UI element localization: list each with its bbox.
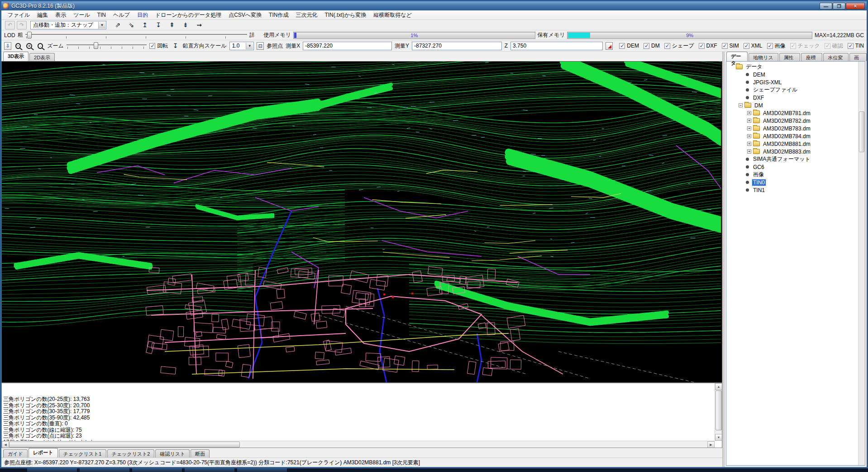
zoom-slider-thumb[interactable] <box>94 42 98 49</box>
tree-item[interactable]: GC6 <box>727 163 865 171</box>
log-horizontal-scrollbar[interactable]: ◀ ▶ <box>2 441 715 448</box>
point-mode-select[interactable]: 点移動・追加：スナップ ▼ <box>30 21 106 29</box>
data-panel-tab[interactable]: 座標値 <box>801 53 822 61</box>
tree-toggle-icon[interactable] <box>747 119 751 123</box>
layer-checkbox[interactable]: 確認 <box>825 42 843 50</box>
survey-y-input[interactable] <box>412 42 502 50</box>
rotate-checkbox-box[interactable] <box>149 43 155 49</box>
tree-scroll-thumb[interactable] <box>859 111 864 152</box>
tree-item[interactable]: DM <box>727 101 865 109</box>
menu-item[interactable]: TIN <box>94 11 110 19</box>
undo-icon[interactable]: ↶ <box>5 21 15 29</box>
menu-item[interactable]: ドローンからのデータ処理 <box>152 10 225 20</box>
lower-to-surface-icon[interactable]: ↧ <box>153 21 163 29</box>
tree-item[interactable]: JPGIS-XML <box>727 78 865 86</box>
maximize-button[interactable]: ❐ <box>833 3 845 10</box>
menu-item[interactable]: 点CSVへ変換 <box>225 10 265 20</box>
horizontal-scroll-thumb[interactable] <box>9 442 240 448</box>
minimize-button[interactable]: — <box>820 3 832 10</box>
redo-icon[interactable]: ↷ <box>17 21 27 29</box>
tree-toggle-icon[interactable] <box>747 111 751 115</box>
data-panel-tab[interactable]: データ <box>726 52 748 61</box>
zoom-slider[interactable] <box>67 42 147 49</box>
data-panel-tab[interactable]: 水位変動 <box>823 53 849 61</box>
point-drop-icon[interactable]: ⇘ <box>126 21 136 29</box>
apply-refpoint-icon[interactable] <box>606 42 613 50</box>
bottom-tab[interactable]: チェックリスト1 <box>59 449 106 458</box>
snap-mode-icon[interactable]: ⇝ <box>194 21 204 29</box>
tree-toggle-icon[interactable] <box>747 134 751 138</box>
tree-item[interactable]: AM3D02MB883.dm <box>727 148 865 155</box>
tree-toggle-icon[interactable] <box>747 142 751 146</box>
menu-item[interactable]: 編集 <box>33 10 52 20</box>
tree-toggle-icon[interactable] <box>739 103 743 107</box>
step-up-icon[interactable]: ⇞ <box>167 21 177 29</box>
tree-item[interactable]: シェープファイル <box>727 86 865 94</box>
menu-item[interactable]: ファイル <box>4 10 33 20</box>
checkbox-box[interactable] <box>790 43 796 49</box>
chevron-down-icon[interactable]: ▼ <box>246 43 253 49</box>
menu-item[interactable]: 表示 <box>52 10 70 20</box>
checkbox-box[interactable] <box>722 43 728 49</box>
layer-checkbox[interactable]: SIM <box>722 42 739 50</box>
close-button[interactable]: ✕ <box>846 3 865 10</box>
zoom-in-icon[interactable]: + <box>26 43 32 49</box>
pan-mode-icon[interactable]: ⇩ <box>4 42 11 50</box>
tree-item[interactable]: AM3D02MB782.dm <box>727 117 865 125</box>
terrain-canvas[interactable] <box>2 62 721 382</box>
point-raise-icon[interactable]: ⇗ <box>113 21 123 29</box>
bottom-tab[interactable]: チェックリスト2 <box>107 449 155 458</box>
layer-checkbox[interactable]: DEM <box>619 42 639 50</box>
data-panel-tab[interactable]: 属性値 <box>779 53 801 61</box>
menu-item[interactable]: TIN作成 <box>265 10 292 20</box>
bottom-tab[interactable]: ガイド <box>3 449 28 458</box>
tree-item[interactable]: DXF <box>727 94 865 101</box>
menu-item[interactable]: 縦横断取得など <box>370 10 415 20</box>
checkbox-box[interactable] <box>848 43 854 49</box>
refpoint-window-icon[interactable]: ⊡ <box>257 42 264 50</box>
data-panel-tab[interactable]: 画像 <box>849 53 867 61</box>
scroll-up-icon[interactable]: ▲ <box>715 383 722 390</box>
layer-checkbox[interactable]: シェープ <box>664 42 694 50</box>
layer-checkbox[interactable]: DXF <box>699 42 717 50</box>
vertical-scroll-thumb[interactable] <box>715 390 722 430</box>
scroll-left-icon[interactable]: ◀ <box>2 441 9 448</box>
drop-to-ground-icon[interactable]: ↧ <box>171 42 180 50</box>
layer-checkbox[interactable]: DM <box>644 42 660 50</box>
tree-item[interactable]: AM3D02MB783.dm <box>727 125 865 132</box>
step-down-icon[interactable]: ⇟ <box>181 21 191 29</box>
lod-slider[interactable] <box>25 32 247 39</box>
checkbox-box[interactable] <box>619 43 625 49</box>
menu-item[interactable]: 目的 <box>134 10 152 20</box>
layer-checkbox[interactable]: 画像 <box>767 42 786 50</box>
bottom-tab[interactable]: レポート <box>29 448 58 458</box>
lift-to-surface-icon[interactable]: ↥ <box>140 21 150 29</box>
tree-item[interactable]: TIN0 <box>727 178 865 186</box>
tree-toggle-icon[interactable] <box>747 126 751 130</box>
layer-checkbox[interactable]: チェック <box>790 42 820 50</box>
tree-scrollbar[interactable] <box>858 62 865 465</box>
menu-item[interactable]: 三次元化 <box>292 10 321 20</box>
scroll-down-icon[interactable]: ▼ <box>715 434 722 441</box>
tree-item[interactable]: AM3D02MB781.dm <box>727 109 865 117</box>
layer-checkbox[interactable]: XML <box>744 42 763 50</box>
tree-item[interactable]: データ <box>727 63 865 71</box>
tree-item[interactable]: AM3D02MB784.dm <box>727 132 865 140</box>
vscale-select[interactable]: 1.0 ▼ <box>229 42 254 50</box>
chevron-down-icon[interactable]: ▼ <box>98 22 105 29</box>
layer-checkbox[interactable]: TIN <box>848 42 864 50</box>
zoom-fit-icon[interactable]: ∙ <box>38 43 43 49</box>
tree-toggle-icon[interactable] <box>747 149 751 154</box>
survey-x-input[interactable] <box>303 42 392 50</box>
tree-item[interactable]: AM3D02MB881.dm <box>727 140 865 148</box>
scroll-right-icon[interactable]: ▶ <box>707 441 715 448</box>
log-vertical-scrollbar[interactable]: ▲ ▼ <box>715 383 722 441</box>
tree-item[interactable]: SIMA共通フォーマット <box>727 155 865 163</box>
checkbox-box[interactable] <box>699 43 705 49</box>
lod-slider-thumb[interactable] <box>27 32 32 39</box>
rotate-checkbox[interactable]: 回転 <box>149 42 168 50</box>
tree-item[interactable]: TIN1 <box>727 186 865 194</box>
checkbox-box[interactable] <box>664 43 670 49</box>
zoom-out-icon[interactable]: − <box>15 43 21 49</box>
tree-item[interactable]: DEM <box>727 71 865 78</box>
